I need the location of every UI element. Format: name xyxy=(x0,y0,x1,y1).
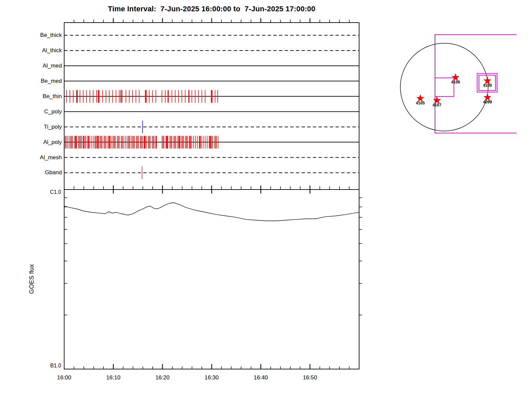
filter-label-c_poly: C_poly xyxy=(0,108,62,115)
xrt-goes-timeline-page: Time Interval: 7-Jun-2025 16:00:00 to 7-… xyxy=(0,0,532,399)
goes-y-axis-title: GOES flux xyxy=(28,246,35,312)
filter-label-gband: Gband xyxy=(0,169,62,176)
filter-label-al_thick: Al_thick xyxy=(0,47,62,54)
goes-ytop-label: C1.0 xyxy=(33,189,61,195)
x-tick-label-16-30: 16:30 xyxy=(197,374,227,381)
filter-label-al_mesh: Al_mesh xyxy=(0,154,62,161)
region-label-4100: 4100 xyxy=(477,83,498,88)
filter-label-al_poly: Al_poly xyxy=(0,139,62,146)
x-tick-label-16-10: 16:10 xyxy=(98,374,128,381)
x-tick-label-16-00: 16:00 xyxy=(49,374,79,381)
filter-label-ti_poly: Ti_poly xyxy=(0,123,62,131)
region-label-4106: 4106 xyxy=(445,80,466,84)
filter-label-be_thick: Be_thick xyxy=(0,32,62,39)
x-tick-label-16-20: 16:20 xyxy=(148,374,178,381)
x-tick-label-16-40: 16:40 xyxy=(246,374,276,381)
x-tick-label-16-50: 16:50 xyxy=(295,374,325,381)
plot-canvas xyxy=(0,0,532,399)
filter-label-be_med: Be_med xyxy=(0,77,62,85)
filter-label-be_thin: Be_thin xyxy=(0,93,62,100)
region-label-4099: 4099 xyxy=(477,100,498,104)
goes-ybottom-label: B1.0 xyxy=(33,363,61,369)
filter-label-al_med: Al_med xyxy=(0,62,62,69)
region-label-4107: 4107 xyxy=(426,103,448,107)
